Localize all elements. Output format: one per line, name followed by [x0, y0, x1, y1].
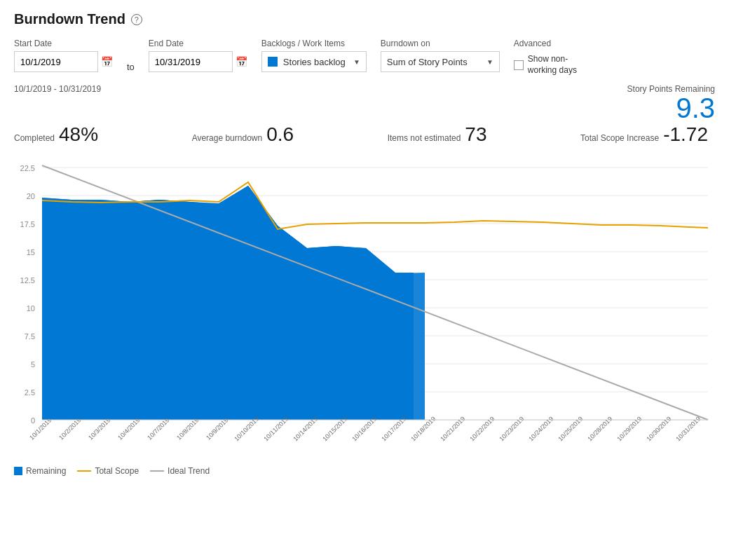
story-points-value: 9.3	[627, 94, 715, 122]
legend-ideal-trend: Ideal Trend	[150, 466, 210, 476]
end-date-input[interactable]	[149, 51, 233, 72]
total-scope-legend-label: Total Scope	[95, 466, 139, 476]
backlog-icon	[268, 57, 278, 67]
burndown-chart: 22.5 20 17.5 15 12.5 10 7.5 5 2.5 0	[14, 150, 715, 458]
burndown-value: Sum of Story Points	[387, 57, 468, 67]
date-range: 10/1/2019 - 10/31/2019	[14, 84, 101, 94]
remaining-legend-label: Remaining	[26, 466, 66, 476]
calendar-end-icon[interactable]: 📅	[236, 56, 247, 67]
svg-text:15: 15	[27, 248, 35, 257]
svg-text:5: 5	[31, 360, 35, 369]
average-value: 0.6	[266, 125, 294, 144]
total-scope-legend-icon	[77, 470, 91, 472]
burndown-label: Burndown on	[381, 39, 500, 48]
burndown-dropdown[interactable]: Sum of Story Points ▼	[381, 51, 500, 72]
help-icon[interactable]: ?	[131, 14, 142, 25]
items-not-estimated-label: Items not estimated	[388, 133, 461, 143]
show-nonworking-label: Show non-working days	[528, 54, 584, 76]
svg-text:10/22/2019: 10/22/2019	[468, 416, 496, 443]
page-title: Burndown Trend	[14, 11, 125, 27]
backlogs-label: Backlogs / Work Items	[261, 39, 367, 48]
items-not-estimated-value: 73	[465, 125, 486, 144]
svg-text:10/23/2019: 10/23/2019	[498, 416, 525, 443]
svg-text:2.5: 2.5	[25, 388, 35, 397]
start-date-label: Start Date	[14, 39, 113, 48]
ideal-trend-legend-icon	[150, 470, 164, 472]
svg-text:20: 20	[27, 192, 35, 200]
svg-text:17.5: 17.5	[20, 220, 35, 228]
svg-text:10/28/2019: 10/28/2019	[586, 416, 613, 443]
ideal-trend-legend-label: Ideal Trend	[168, 466, 210, 476]
svg-text:10: 10	[27, 304, 35, 313]
remaining-area	[42, 186, 425, 420]
completed-value: 48%	[59, 125, 98, 144]
svg-text:10/29/2019: 10/29/2019	[615, 416, 643, 443]
to-label: to	[127, 62, 135, 72]
svg-text:10/25/2019: 10/25/2019	[557, 416, 584, 443]
completed-label: Completed	[14, 133, 55, 143]
total-scope-value: -1.72	[663, 125, 708, 144]
start-date-input[interactable]	[14, 51, 98, 72]
end-date-label: End Date	[149, 39, 247, 48]
show-nonworking-checkbox[interactable]	[514, 60, 524, 70]
svg-text:10/21/2019: 10/21/2019	[439, 416, 466, 443]
svg-text:10/31/2019: 10/31/2019	[674, 416, 702, 443]
remaining-legend-icon	[14, 467, 22, 475]
burndown-chevron-icon: ▼	[486, 58, 493, 66]
legend: Remaining Total Scope Ideal Trend	[14, 466, 715, 476]
legend-remaining: Remaining	[14, 466, 66, 476]
svg-text:22.5: 22.5	[20, 164, 35, 172]
chevron-down-icon: ▼	[353, 58, 360, 66]
svg-text:7.5: 7.5	[25, 332, 35, 341]
svg-text:10/30/2019: 10/30/2019	[645, 416, 672, 443]
svg-text:0: 0	[31, 416, 35, 425]
chart-area: 22.5 20 17.5 15 12.5 10 7.5 5 2.5 0	[14, 150, 715, 460]
svg-text:12.5: 12.5	[20, 276, 35, 285]
advanced-label: Advanced	[514, 39, 584, 48]
svg-text:10/24/2019: 10/24/2019	[527, 416, 554, 443]
backlogs-dropdown[interactable]: Stories backlog ▼	[261, 51, 367, 72]
total-scope-label: Total Scope Increase	[580, 133, 659, 143]
legend-total-scope: Total Scope	[77, 466, 139, 476]
backlogs-value: Stories backlog	[283, 57, 346, 67]
average-label: Average burndown	[192, 133, 263, 143]
calendar-icon[interactable]: 📅	[101, 56, 113, 67]
